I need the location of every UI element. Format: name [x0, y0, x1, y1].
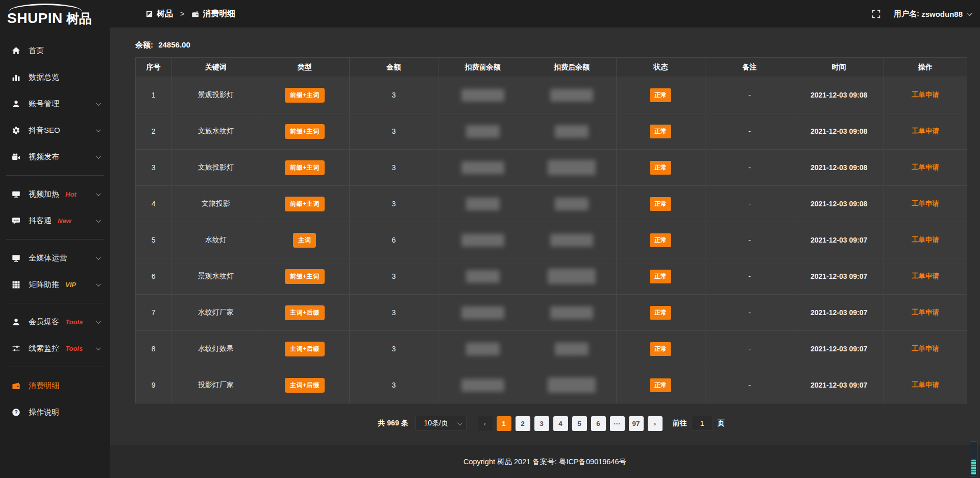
cell-type: 主词+后缀 — [260, 367, 349, 403]
work-order-link[interactable]: 工单申请 — [912, 381, 939, 389]
sidebar-item[interactable]: 抖音SEO — [0, 117, 110, 144]
cell-amount: 3 — [349, 367, 438, 403]
cell-post-balance — [527, 258, 616, 295]
fullscreen-icon[interactable] — [872, 10, 880, 18]
sidebar-item-label: 视频加热 — [29, 189, 59, 199]
work-order-link[interactable]: 工单申请 — [912, 127, 939, 135]
sidebar-item-label: 视频发布 — [29, 152, 59, 162]
sidebar-item-label: 全媒体运营 — [29, 253, 67, 263]
cell-status: 正常 — [616, 258, 705, 295]
chevron-down-icon — [96, 218, 101, 223]
sidebar-item[interactable]: ?操作说明 — [0, 399, 110, 425]
sidebar-item-badge: Tools — [65, 345, 83, 352]
masked-balance — [555, 343, 589, 355]
cell-amount: 3 — [349, 295, 438, 331]
cell-index: 9 — [136, 367, 172, 403]
cell-status: 正常 — [616, 150, 705, 186]
page-ellipsis-button[interactable]: ··· — [610, 416, 625, 431]
work-order-link[interactable]: 工单申请 — [912, 272, 939, 280]
cell-pre-balance — [438, 222, 527, 258]
sidebar-item[interactable]: 视频加热Hot — [0, 181, 110, 207]
sidebar-item[interactable]: 视频发布 — [0, 144, 110, 170]
cell-time: 2021-12-03 09:08 — [794, 150, 884, 186]
sidebar-item[interactable]: 全媒体运营 — [0, 245, 110, 271]
sidebar-item[interactable]: 首页 — [0, 37, 110, 64]
cell-type: 主词+后缀 — [260, 331, 349, 367]
cell-type: 前缀+主词 — [260, 150, 349, 186]
sidebar-item-label: 消费明细 — [29, 381, 59, 391]
table-row: 4文旅投影前缀+主词3正常-2021-12-03 09:08工单申请 — [136, 186, 967, 222]
breadcrumb-item[interactable]: 消费明细 — [191, 9, 235, 19]
sidebar-item[interactable]: 会员爆客Tools — [0, 308, 110, 335]
floating-widget[interactable] — [970, 441, 977, 477]
column-header: 序号 — [136, 58, 172, 77]
page-number-button[interactable]: 5 — [572, 416, 587, 431]
cell-type: 主词+后缀 — [260, 295, 349, 331]
cell-action: 工单申请 — [884, 186, 967, 222]
page-number-button[interactable]: 4 — [553, 416, 568, 431]
breadcrumb-label: 消费明细 — [203, 9, 235, 19]
table-row: 8水纹灯效果主词+后缀3正常-2021-12-03 09:07工单申请 — [136, 331, 967, 367]
cell-action: 工单申请 — [884, 295, 967, 331]
cell-type: 前缀+主词 — [260, 77, 349, 113]
cell-status: 正常 — [616, 295, 705, 331]
masked-balance — [466, 198, 500, 210]
logo-text-cn: 树品 — [66, 10, 92, 27]
column-header: 操作 — [884, 58, 967, 77]
sidebar-item[interactable]: 账号管理 — [0, 90, 110, 117]
masked-balance — [466, 343, 500, 355]
cell-time: 2021-12-03 09:08 — [794, 186, 884, 222]
goto-page-input[interactable] — [692, 416, 713, 431]
type-badge: 主词 — [293, 233, 316, 248]
main-column: 树品>消费明细 用户名: zswodun88 余额: 24856.00 — [110, 0, 980, 478]
cell-time: 2021-12-03 09:07 — [794, 258, 884, 295]
page-number-button[interactable]: 6 — [591, 416, 606, 431]
cell-post-balance — [527, 150, 616, 186]
cell-keyword: 投影灯厂家 — [172, 367, 260, 403]
page-size-select[interactable]: 10条/页 — [415, 416, 467, 431]
work-order-link[interactable]: 工单申请 — [912, 236, 939, 244]
sidebar-item-badge: Tools — [65, 318, 83, 326]
cell-keyword: 文旅投影灯 — [172, 150, 260, 186]
work-order-link[interactable]: 工单申请 — [912, 345, 939, 352]
sidebar-item[interactable]: 矩阵助推VIP — [0, 271, 110, 298]
table-row: 2文旅水纹灯前缀+主词3正常-2021-12-03 09:08工单申请 — [136, 113, 967, 150]
sidebar-item-label: 线索监控 — [29, 344, 59, 353]
work-order-link[interactable]: 工单申请 — [912, 91, 939, 99]
sidebar-item-label: 会员爆客 — [29, 317, 59, 327]
cell-status: 正常 — [616, 331, 705, 367]
next-page-button[interactable]: › — [648, 416, 663, 431]
balance-label: 余额: — [135, 40, 153, 49]
balance-value: 24856.00 — [158, 40, 190, 49]
sidebar-item[interactable]: 消费明细 — [0, 372, 110, 399]
cell-post-balance — [527, 295, 616, 331]
sidebar-item[interactable]: 线索监控Tools — [0, 335, 110, 362]
work-order-link[interactable]: 工单申请 — [912, 308, 939, 316]
member-icon — [11, 317, 21, 327]
work-order-link[interactable]: 工单申请 — [912, 200, 939, 207]
cell-remark: - — [705, 331, 794, 367]
table-row: 3文旅投影灯前缀+主词3正常-2021-12-03 09:08工单申请 — [136, 150, 967, 186]
goto-suffix: 页 — [718, 419, 725, 428]
cell-action: 工单申请 — [884, 258, 967, 295]
sidebar-item[interactable]: 数据总览 — [0, 64, 110, 90]
table-row: 1景观投影灯前缀+主词3正常-2021-12-03 09:08工单申请 — [136, 77, 967, 113]
page-number-button[interactable]: 1 — [497, 416, 511, 431]
work-order-link[interactable]: 工单申请 — [912, 163, 939, 171]
cell-type: 前缀+主词 — [260, 186, 349, 222]
cell-pre-balance — [438, 367, 527, 403]
cell-time: 2021-12-03 09:08 — [794, 113, 884, 150]
page-number-button[interactable]: 3 — [534, 416, 549, 431]
page-number-button[interactable]: 97 — [629, 416, 644, 431]
user-dropdown[interactable]: 用户名: zswodun88 — [894, 9, 971, 19]
chevron-down-icon — [96, 281, 101, 286]
breadcrumb-item[interactable]: 树品 — [145, 9, 173, 19]
cell-post-balance — [527, 77, 616, 113]
sidebar-item[interactable]: 抖客通New — [0, 207, 110, 234]
sidebar-item-label: 操作说明 — [29, 408, 59, 417]
prev-page-button[interactable]: ‹ — [478, 416, 493, 431]
topbar: 树品>消费明细 用户名: zswodun88 — [110, 0, 980, 28]
sidebar: SHUPIN 树品 首页数据总览账号管理抖音SEO视频发布视频加热Hot抖客通N… — [0, 0, 110, 478]
page-number-button[interactable]: 2 — [516, 416, 530, 431]
cell-remark: - — [705, 113, 794, 150]
